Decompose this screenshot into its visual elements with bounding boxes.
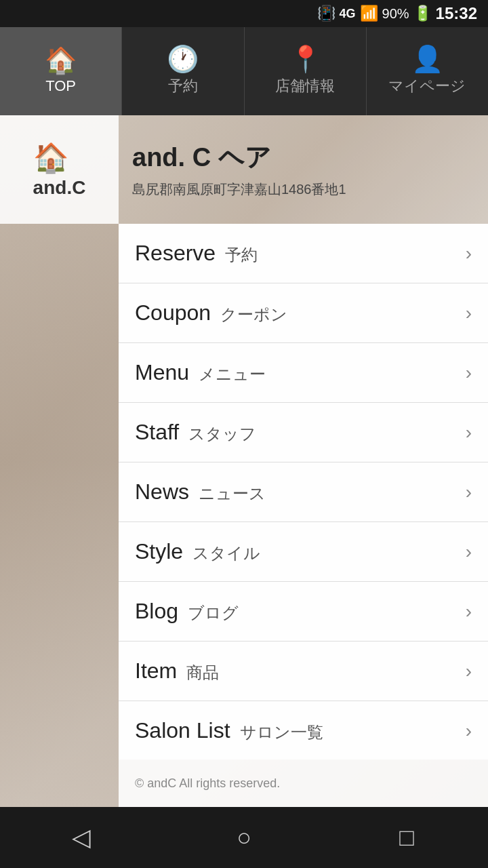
menu-news-en: News <box>135 479 189 505</box>
tab-shop-label: 店舗情報 <box>275 76 335 96</box>
signal-bars-icon: 📶 <box>360 5 378 22</box>
menu-item-menu[interactable]: Menu メニュー › <box>119 343 488 403</box>
menu-item-blog[interactable]: Blog ブログ › <box>119 582 488 642</box>
tab-top[interactable]: 🏠 TOP <box>0 27 122 115</box>
tab-mypage-icon: 👤 <box>411 46 443 72</box>
menu-item-ja: 商品 <box>186 662 219 684</box>
menu-item-coupon-label: Coupon クーポン <box>135 300 287 326</box>
logo-house-icon: 🏠 <box>33 141 86 174</box>
home-icon: ○ <box>237 823 251 852</box>
menu-reserve-ja: 予約 <box>225 244 258 266</box>
menu-item-reserve[interactable]: Reserve 予約 › <box>119 224 488 283</box>
battery-text: 90% <box>382 6 409 22</box>
chevron-right-icon: › <box>466 362 472 384</box>
menu-item-salonlist[interactable]: Salon List サロン一覧 › <box>119 701 488 760</box>
salon-info: and. C ヘア 島尻郡南風原町字津嘉山1486番地1 <box>119 130 488 210</box>
bottom-nav: ◁ ○ □ <box>0 807 488 868</box>
chevron-right-icon: › <box>466 302 472 324</box>
vibrate-icon: 📳 <box>317 5 336 22</box>
menu-blog-en: Blog <box>135 599 178 624</box>
salon-logo: 🏠 and.C <box>0 115 119 224</box>
copyright-text: © andC All rights reserved. <box>135 776 280 791</box>
status-bar: 📳 4G 📶 90% 🔋 15:32 <box>0 0 488 27</box>
salon-name: and. C ヘア <box>132 140 474 175</box>
tab-shop[interactable]: 📍 店舗情報 <box>245 27 367 115</box>
recent-button[interactable]: □ <box>383 814 430 861</box>
tab-mypage-label: マイページ <box>388 76 466 96</box>
menu-blog-ja: ブログ <box>188 602 239 624</box>
menu-salonlist-ja: サロン一覧 <box>240 722 323 743</box>
main-content: 🏠 and.C and. C ヘア 島尻郡南風原町字津嘉山1486番地1 Res… <box>0 115 488 807</box>
menu-list: Reserve 予約 › Coupon クーポン › Menu メニュー › S… <box>119 224 488 760</box>
chevron-right-icon: › <box>466 481 472 503</box>
back-icon: ◁ <box>72 823 91 852</box>
footer: © andC All rights reserved. <box>119 760 488 807</box>
menu-news-ja: ニュース <box>199 483 266 505</box>
menu-item-en: Item <box>135 658 177 684</box>
back-button[interactable]: ◁ <box>58 814 105 861</box>
menu-menu-en: Menu <box>135 360 189 385</box>
chevron-right-icon: › <box>466 720 472 742</box>
menu-item-staff[interactable]: Staff スタッフ › <box>119 403 488 462</box>
menu-menu-ja: メニュー <box>199 363 266 385</box>
menu-staff-en: Staff <box>135 420 179 445</box>
chevron-right-icon: › <box>466 660 472 682</box>
menu-item-reserve-label: Reserve 予約 <box>135 241 258 266</box>
menu-coupon-ja: クーポン <box>220 304 287 326</box>
recent-icon: □ <box>399 823 414 852</box>
menu-style-ja: スタイル <box>192 542 260 564</box>
menu-item-news-label: News ニュース <box>135 479 266 505</box>
logo-text: and.C <box>33 177 86 199</box>
menu-item-salonlist-label: Salon List サロン一覧 <box>135 718 323 743</box>
tab-reserve-icon: 🕐 <box>167 46 199 72</box>
menu-salonlist-en: Salon List <box>135 718 230 743</box>
tab-mypage[interactable]: 👤 マイページ <box>367 27 488 115</box>
salon-address: 島尻郡南風原町字津嘉山1486番地1 <box>132 180 474 199</box>
menu-reserve-en: Reserve <box>135 241 216 266</box>
tab-bar: 🏠 TOP 🕐 予約 📍 店舗情報 👤 マイページ <box>0 27 488 115</box>
menu-coupon-en: Coupon <box>135 300 211 326</box>
chevron-right-icon: › <box>466 601 472 623</box>
menu-staff-ja: スタッフ <box>188 423 256 445</box>
tab-top-icon: 🏠 <box>45 47 77 73</box>
status-icons: 📳 4G 📶 90% 🔋 15:32 <box>317 4 477 23</box>
menu-item-style-label: Style スタイル <box>135 539 260 564</box>
tab-reserve[interactable]: 🕐 予約 <box>122 27 244 115</box>
salon-header: 🏠 and.C and. C ヘア 島尻郡南風原町字津嘉山1486番地1 <box>0 115 488 224</box>
menu-item-coupon[interactable]: Coupon クーポン › <box>119 283 488 343</box>
menu-item-style[interactable]: Style スタイル › <box>119 522 488 582</box>
tab-shop-icon: 📍 <box>289 46 321 72</box>
menu-item-menu-label: Menu メニュー <box>135 360 266 385</box>
home-button[interactable]: ○ <box>220 814 268 861</box>
menu-item-news[interactable]: News ニュース › <box>119 462 488 522</box>
menu-style-en: Style <box>135 539 183 564</box>
chevron-right-icon: › <box>466 422 472 443</box>
chevron-right-icon: › <box>466 243 472 264</box>
menu-item-blog-label: Blog ブログ <box>135 599 239 624</box>
chevron-right-icon: › <box>466 541 472 563</box>
signal-4g: 4G <box>340 7 356 21</box>
tab-reserve-label: 予約 <box>168 76 198 96</box>
clock-time: 15:32 <box>436 4 477 23</box>
menu-item-staff-label: Staff スタッフ <box>135 420 256 445</box>
menu-item-item-label: Item 商品 <box>135 658 219 684</box>
tab-top-label: TOP <box>45 77 76 95</box>
menu-item-item[interactable]: Item 商品 › <box>119 642 488 701</box>
battery-icon: 🔋 <box>413 5 432 22</box>
